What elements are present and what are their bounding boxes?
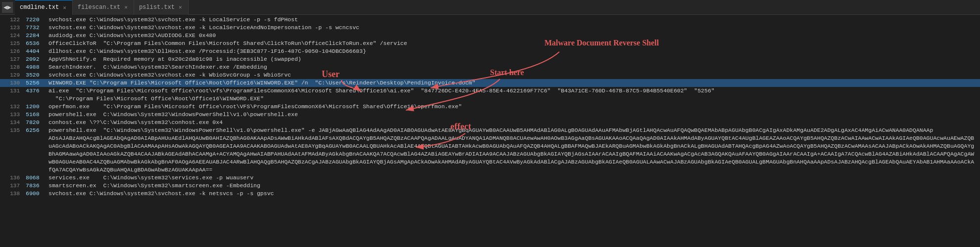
tab-nav-button[interactable]: ◀▶ [2,2,13,13]
line-content: powershell.exe C:\Windows\System32\Windo… [49,111,976,119]
table-row: 1284988SearchIndexer. C:\Windows\system3… [0,63,980,71]
table-row: 1321200operfmon.exe "C:\Program Files\Mi… [0,103,980,111]
line-content: services.exe C:\Windows\system32\service… [49,174,976,182]
line-number: 123 [4,24,20,32]
line-number: 135 [4,126,20,134]
line-content: dllhost.exe C:\Windows\system32\DllHost.… [49,47,976,55]
line-content: OfficeClickToR "C:\Program Files\Common … [49,40,976,47]
line-content: AppVShNotify.e Required memory at 0x20c2… [49,55,976,63]
tab-filescan[interactable]: filescan.txt ✕ [73,0,134,15]
table-row: 1242284audiodg.exe C:\Windows\system32\A… [0,32,980,40]
tab-filescan-close[interactable]: ✕ [123,4,129,10]
line-pid: 4404 [26,47,45,55]
table-row: 1386900svchost.exe C:\Windows\system32\s… [0,190,980,198]
line-pid: 6900 [26,190,45,198]
line-number: 137 [4,182,20,190]
line-content: svchost.exe C:\Windows\system32\svchost.… [49,71,976,79]
line-number: 129 [4,71,20,79]
table-row: 1335168powershell.exe C:\Windows\System3… [0,111,980,119]
line-content: smartscreen.ex C:\Windows\System32\smart… [49,182,976,190]
line-pid: 6256 [26,126,45,134]
line-content: SearchIndexer. C:\Windows\system32\Searc… [49,63,976,71]
table-row: 1264404dllhost.exe C:\Windows\system32\D… [0,47,980,55]
line-pid: 2092 [26,55,45,63]
line-content: audiodg.exe C:\Windows\system32\AUDIODG.… [49,32,976,40]
line-content: svchost.exe C:\Windows\System32\svchost.… [49,24,976,32]
line-number: 127 [4,55,20,63]
line-number: 134 [4,119,20,126]
line-content: svchost.exe C:\Windows\system32\svchost.… [49,190,976,198]
line-pid: 5256 [26,79,45,87]
line-content: ai.exe "C:\Program Files\Microsoft Offic… [49,87,976,103]
line-number: 136 [4,174,20,182]
table-row: 1314376ai.exe "C:\Program Files\Microsof… [0,87,980,103]
table-row: 1368068services.exe C:\Windows\system32\… [0,174,980,182]
tab-pslist-label: pslist.txt [139,4,175,11]
tab-cmdline-label: cmdline.txt [20,4,59,11]
line-number: 131 [4,87,20,95]
line-number: 138 [4,190,20,198]
table-row: 1237732svchost.exe C:\Windows\System32\s… [0,24,980,32]
line-content: conhost.exe \??\C:\Windows\system32\conh… [49,119,976,126]
line-pid: 3520 [26,71,45,79]
line-pid: 4988 [26,63,45,71]
line-pid: 6536 [26,40,45,47]
table-row: 1305256WINWORD.EXE "C:\Program Files\Mic… [0,79,980,87]
table-row: 1227220svchost.exe C:\Windows\system32\s… [0,16,980,24]
table-row: 1293520svchost.exe C:\Windows\system32\s… [0,71,980,79]
line-number: 122 [4,16,20,24]
line-number: 126 [4,47,20,55]
line-number: 128 [4,63,20,71]
tab-pslist-close[interactable]: ✕ [178,4,183,10]
line-pid: 5168 [26,111,45,119]
table-row: 1256536OfficeClickToR "C:\Program Files\… [0,40,980,47]
tab-filescan-label: filescan.txt [78,4,120,11]
table-row: 1356256powershell.exe "C:\Windows\System… [0,126,980,174]
line-content: operfmon.exe "C:\Program Files\Microsoft… [49,103,976,111]
content-area: 1227220svchost.exe C:\Windows\system32\s… [0,15,980,247]
tab-cmdline-close[interactable]: ✕ [62,4,67,11]
line-pid: 4376 [26,87,45,95]
line-pid: 2284 [26,32,45,40]
line-pid: 7836 [26,182,45,190]
tab-pslist[interactable]: pslist.txt ✕ [134,0,189,15]
line-number: 132 [4,103,20,111]
table-row: 1272092AppVShNotify.e Required memory at… [0,55,980,63]
tab-cmdline[interactable]: cmdline.txt ✕ [15,0,73,15]
line-pid: 8068 [26,174,45,182]
lines-container: 1227220svchost.exe C:\Windows\system32\s… [0,16,980,198]
tab-bar: ◀▶ cmdline.txt ✕ filescan.txt ✕ pslist.t… [0,0,980,15]
line-number: 130 [4,79,20,87]
line-content: WINWORD.EXE "C:\Program Files\Microsoft … [49,79,976,87]
line-number: 125 [4,40,20,47]
line-pid: 7820 [26,119,45,126]
line-pid: 7220 [26,16,45,24]
line-number: 133 [4,111,20,119]
line-pid: 7732 [26,24,45,32]
app-container: ◀▶ cmdline.txt ✕ filescan.txt ✕ pslist.t… [0,0,980,247]
line-content: powershell.exe "C:\Windows\System32\Wind… [49,126,976,174]
line-pid: 1200 [26,103,45,111]
table-row: 1347820conhost.exe \??\C:\Windows\system… [0,119,980,126]
line-number: 124 [4,32,20,40]
table-row: 1377836smartscreen.ex C:\Windows\System3… [0,182,980,190]
line-content: svchost.exe C:\Windows\system32\svchost.… [49,16,976,24]
